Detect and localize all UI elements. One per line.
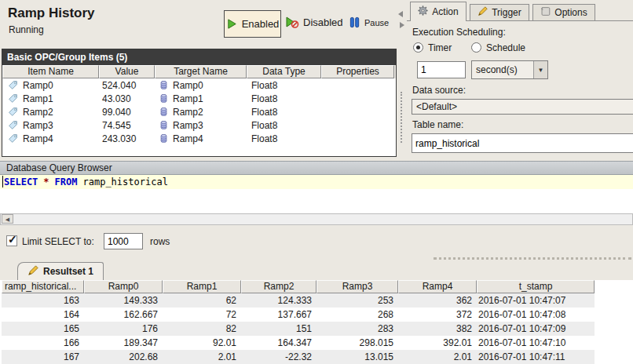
item-name-cell: Ramp3 [2, 120, 99, 131]
result-cell: 2016-07-01 10:47:11 [477, 350, 595, 364]
enabled-label: Enabled [242, 18, 280, 30]
target-name-cell: Ramp0 [155, 80, 247, 91]
opc-items-body: Ramp0524.040Ramp0Float8Ramp143.030Ramp1F… [2, 78, 396, 145]
play-icon [226, 18, 238, 30]
value-cell: 99.040 [99, 107, 155, 118]
table-name-input[interactable] [412, 133, 633, 153]
opc-column-header[interactable]: Data Type [247, 65, 321, 78]
collapse-left-icon[interactable] [398, 11, 403, 17]
opc-items-title: Basic OPC/Group Items (5) [2, 49, 396, 65]
enabled-button[interactable]: Enabled [224, 10, 281, 38]
result-cell: 372 [398, 308, 477, 322]
data-source-select[interactable]: <Default> [412, 99, 633, 115]
opc-items-panel: Basic OPC/Group Items (5) Item NameValue… [2, 49, 397, 157]
result-cell: 72 [163, 308, 241, 322]
result-cell: 151 [241, 322, 316, 336]
chevron-down-icon[interactable]: ▼ [533, 61, 547, 78]
result-cell: 268 [316, 308, 398, 322]
result-cell: 137.667 [241, 308, 316, 322]
result-cell: 2016-07-01 10:47:08 [477, 308, 595, 322]
opc-column-header[interactable]: Item Name [2, 65, 99, 78]
limit-rows-input[interactable] [104, 233, 143, 249]
table-row[interactable]: 163149.33362124.3332533622016-07-01 10:4… [2, 293, 595, 308]
data-type-cell: Float8 [247, 93, 321, 104]
result-cell: 298.015 [316, 336, 398, 350]
quill-icon [477, 6, 488, 19]
result-cell: 362 [398, 293, 477, 308]
page-title: Ramp History [8, 5, 95, 21]
result-cell: 2016-07-01 10:47:07 [477, 293, 595, 308]
action-panel: Action Trigger Options Execution Schedul… [407, 0, 633, 160]
table-row[interactable]: 165176821512833822016-07-01 10:47:09 [2, 322, 595, 336]
result-rows: 163149.33362124.3332533622016-07-01 10:4… [0, 293, 633, 364]
tag-icon [8, 107, 18, 117]
target-name-cell: Ramp1 [155, 93, 247, 104]
disabled-label: Disabled [303, 16, 343, 28]
opc-column-header[interactable]: Properties [321, 65, 394, 78]
horizontal-scrollbar[interactable]: ◀ [0, 213, 633, 225]
interval-unit-select[interactable]: second(s) ▼ [471, 60, 548, 79]
opc-column-header[interactable]: Value [99, 65, 155, 78]
result-cell: 167 [2, 350, 84, 364]
result-cell: 166 [2, 336, 84, 350]
result-cell: 253 [316, 293, 398, 308]
result-cell: 165 [2, 322, 84, 336]
opc-column-header[interactable]: Target Name [155, 65, 247, 78]
result-cell: 162.667 [84, 308, 163, 322]
sql-editor[interactable]: SELECT * FROM ramp_historical [0, 175, 633, 213]
result-cell: 124.333 [241, 293, 316, 308]
tag-icon [8, 80, 18, 90]
scroll-left-icon[interactable]: ◀ [2, 214, 13, 224]
tab-action[interactable]: Action [410, 2, 467, 21]
table-row[interactable]: Ramp143.030Ramp1Float8 [2, 92, 396, 105]
result-column-header[interactable]: ramp_historical... [2, 280, 84, 293]
rows-suffix-label: rows [150, 236, 170, 247]
disabled-button[interactable]: Disabled [285, 16, 343, 28]
vertical-splitter[interactable] [397, 2, 406, 158]
scroll-icon [540, 6, 551, 19]
pause-button[interactable]: Pause [349, 16, 389, 28]
result-cell: 189.347 [84, 336, 163, 350]
item-name-cell: Ramp0 [2, 80, 99, 91]
resultset-panel: ramp_historical...Ramp0Ramp1Ramp2Ramp3Ra… [0, 280, 633, 364]
splitter-grip [401, 92, 402, 143]
opc-column-headers: Item NameValueTarget NameData TypeProper… [2, 65, 396, 78]
result-cell: 283 [316, 322, 398, 336]
result-column-header[interactable]: Ramp2 [241, 280, 316, 293]
tab-options[interactable]: Options [532, 4, 595, 21]
target-name-cell: Ramp2 [155, 107, 247, 118]
result-cell: 62 [163, 293, 241, 308]
interval-input[interactable] [417, 61, 466, 78]
execution-scheduling-label: Execution Scheduling: [412, 27, 506, 38]
result-column-headers: ramp_historical...Ramp0Ramp1Ramp2Ramp3Ra… [2, 280, 633, 293]
tag-icon [8, 120, 18, 130]
result-column-header[interactable]: Ramp4 [398, 280, 477, 293]
limit-select-checkbox[interactable]: ✓ [6, 235, 17, 246]
table-row[interactable]: Ramp0524.040Ramp0Float8 [2, 78, 396, 92]
sql-keyword-from: FROM [55, 177, 78, 187]
table-row[interactable]: Ramp374.545Ramp3Float8 [2, 118, 396, 132]
collapse-right-icon[interactable] [400, 22, 404, 28]
table-row[interactable]: Ramp299.040Ramp2Float8 [2, 105, 396, 118]
horizontal-splitter-grip[interactable] [434, 257, 631, 260]
table-row[interactable]: 166189.34792.01164.347298.015392.012016-… [2, 336, 595, 350]
resultset-tab[interactable]: Resultset 1 [17, 262, 104, 280]
tab-trigger[interactable]: Trigger [470, 4, 529, 21]
database-icon [159, 93, 168, 104]
table-row[interactable]: 167202.682.01-22.3213.0152.012016-07-01 … [2, 350, 595, 364]
item-name-cell: Ramp1 [2, 93, 99, 104]
limit-select-label: Limit SELECT to: [22, 236, 94, 247]
result-cell: 92.01 [163, 336, 241, 350]
table-row[interactable]: Ramp4243.030Ramp4Float8 [2, 132, 396, 145]
query-browser-titlebar: Database Query Browser [0, 161, 633, 175]
result-column-header[interactable]: t_stamp [477, 280, 595, 293]
result-column-header[interactable]: Ramp0 [84, 280, 163, 293]
interval-unit-value: second(s) [472, 64, 533, 75]
result-column-header[interactable]: Ramp1 [163, 280, 241, 293]
tag-icon [8, 133, 18, 144]
sql-current-line[interactable]: SELECT * FROM ramp_historical [0, 175, 633, 189]
schedule-radio[interactable] [471, 42, 481, 53]
table-row[interactable]: 164162.66772137.6672683722016-07-01 10:4… [2, 308, 595, 322]
timer-radio[interactable] [413, 42, 423, 53]
result-column-header[interactable]: Ramp3 [316, 280, 398, 293]
